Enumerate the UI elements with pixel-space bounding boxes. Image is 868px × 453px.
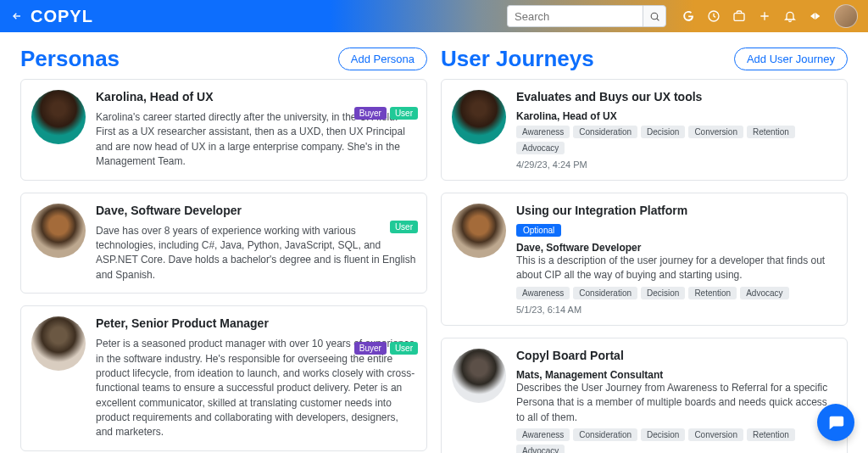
persona-desc: Dave has over 8 years of experience work… (96, 224, 416, 283)
tag-optional: Optional (516, 224, 561, 237)
journey-persona: Karolina, Head of UX (516, 110, 837, 122)
tag-user: User (390, 342, 418, 355)
personas-column: Personas Add Persona Karolina, Head of U… (20, 46, 427, 453)
stage: Consideration (573, 126, 637, 138)
persona-card[interactable]: Dave, Software Developer Dave has over 8… (20, 193, 427, 294)
main: Personas Add Persona Karolina, Head of U… (0, 32, 868, 453)
chat-button[interactable] (817, 404, 854, 441)
stage: Advocacy (740, 287, 788, 299)
search-box (507, 5, 666, 27)
user-avatar[interactable] (834, 4, 858, 28)
tag-user: User (390, 107, 418, 120)
google-icon[interactable] (682, 9, 695, 23)
journey-title: Using our Integration Platform (516, 204, 837, 217)
journeys-title: User Journeys (441, 46, 734, 72)
journey-date: 4/29/23, 4:24 PM (516, 159, 837, 170)
persona-card[interactable]: Karolina, Head of UX Karolina's career s… (20, 79, 427, 181)
svg-point-0 (651, 13, 658, 20)
journey-desc: Describes the User Journey from Awarenes… (516, 381, 837, 425)
stage: Decision (641, 126, 685, 138)
stage: Awareness (516, 126, 570, 138)
plus-icon[interactable] (758, 9, 771, 23)
journey-card[interactable]: Using our Integration Platform Optional … (441, 193, 848, 326)
header-icons (682, 4, 858, 28)
stage: Advocacy (516, 142, 565, 154)
journey-persona: Dave, Software Developer (516, 242, 837, 254)
stage: Retention (747, 428, 795, 441)
personas-title: Personas (20, 46, 338, 72)
persona-name: Karolina, Head of UX (96, 90, 416, 103)
tag-user: User (390, 221, 418, 233)
svg-rect-1 (734, 14, 744, 21)
avatar (452, 204, 506, 258)
stage: Conversion (688, 126, 743, 138)
rewind-icon[interactable] (809, 9, 822, 23)
stage: Decision (641, 287, 685, 299)
stage: Retention (747, 126, 795, 138)
app-header: COPYL (0, 0, 868, 32)
stage: Awareness (516, 287, 570, 299)
journey-title: Evaluates and Buys our UX tools (516, 90, 837, 103)
avatar (452, 349, 506, 403)
search-input[interactable] (507, 5, 643, 27)
journey-persona: Mats, Management Consultant (516, 369, 837, 381)
journey-card[interactable]: Evaluates and Buys our UX tools Karolina… (441, 79, 848, 181)
history-icon[interactable] (707, 9, 721, 23)
stage-row: Awareness Consideration Decision Convers… (516, 428, 837, 453)
journey-date: 5/1/23, 6:14 AM (516, 305, 837, 315)
stage: Awareness (516, 428, 570, 441)
stage: Decision (641, 428, 685, 441)
stage: Conversion (688, 428, 743, 441)
stage-row: Awareness Consideration Decision Convers… (516, 126, 837, 154)
persona-name: Dave, Software Developer (96, 204, 416, 217)
bell-icon[interactable] (783, 9, 797, 23)
add-persona-button[interactable]: Add Persona (338, 48, 427, 70)
tag-buyer: Buyer (354, 107, 387, 120)
stage: Consideration (573, 287, 637, 299)
briefcase-icon[interactable] (732, 9, 746, 23)
back-icon[interactable] (10, 9, 24, 23)
tag-buyer: Buyer (354, 342, 387, 355)
journey-desc: This is a description of the user journe… (516, 254, 837, 283)
stage: Consideration (573, 428, 637, 441)
journey-title: Copyl Board Portal (516, 349, 837, 362)
persona-name: Peter, Senior Product Manager (96, 316, 416, 330)
stage-row: Awareness Consideration Decision Retenti… (516, 287, 837, 299)
search-button[interactable] (643, 5, 666, 27)
add-journey-button[interactable]: Add User Journey (734, 48, 848, 70)
journey-card[interactable]: Copyl Board Portal Mats, Management Cons… (441, 338, 848, 453)
stage: Retention (688, 287, 737, 299)
avatar (452, 90, 506, 144)
logo[interactable]: COPYL (31, 7, 93, 26)
stage: Advocacy (516, 445, 565, 453)
journeys-column: User Journeys Add User Journey Evaluates… (441, 46, 848, 453)
persona-card[interactable]: Peter, Senior Product Manager Peter is a… (20, 305, 427, 451)
avatar (31, 204, 86, 258)
avatar (31, 90, 86, 144)
avatar (31, 316, 86, 371)
